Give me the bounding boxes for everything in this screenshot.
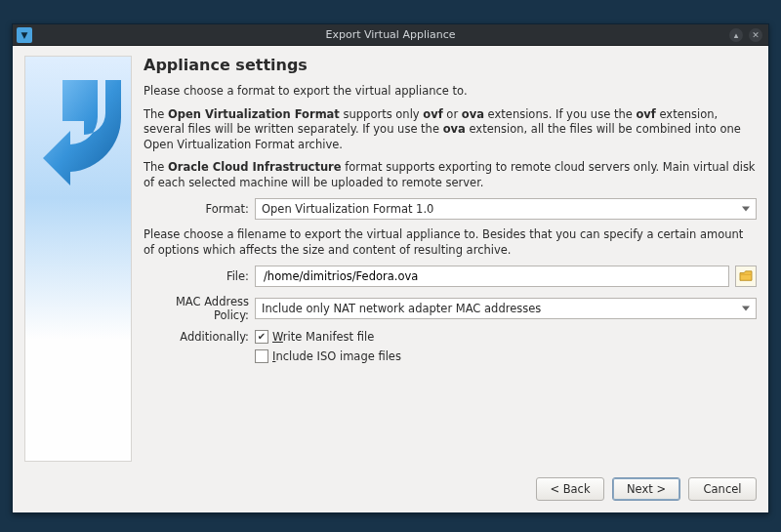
app-icon: ▼ — [17, 27, 32, 43]
main-panel: Appliance settings Please choose a forma… — [144, 56, 757, 462]
next-button[interactable]: Next > — [612, 477, 680, 501]
browse-button[interactable] — [735, 266, 757, 287]
content-area: Appliance settings Please choose a forma… — [13, 46, 768, 470]
page-heading: Appliance settings — [144, 56, 757, 74]
mac-label: MAC Address Policy: — [144, 295, 249, 322]
file-label: File: — [144, 269, 249, 283]
manifest-checkbox-row: Write Manifest file — [255, 330, 401, 344]
file-intro-text: Please choose a filename to export the v… — [144, 227, 757, 258]
additionally-row: Additionally: Write Manifest file Includ… — [144, 330, 757, 363]
oci-para: The Oracle Cloud Infrastructure format s… — [144, 160, 757, 190]
file-row: File: — [144, 266, 757, 287]
format-row: Format: Open Virtualization Format 1.0 — [144, 198, 757, 220]
folder-icon — [739, 270, 753, 282]
wizard-footer: < Back Next > Cancel — [13, 470, 768, 512]
manifest-checkbox-label: Write Manifest file — [272, 330, 374, 344]
intro-text: Please choose a format to export the vir… — [144, 84, 757, 100]
export-wizard-window: ▼ Export Virtual Appliance ▴ ✕ — [12, 23, 769, 513]
format-label: Format: — [144, 202, 249, 216]
iso-checkbox-row: Include ISO image files — [255, 349, 401, 363]
export-arrow-icon — [43, 80, 121, 197]
mac-policy-select[interactable]: Include only NAT network adapter MAC add… — [255, 298, 757, 319]
wizard-side-image — [24, 56, 132, 462]
window-controls: ▴ ✕ — [729, 28, 768, 42]
back-button[interactable]: < Back — [536, 477, 604, 501]
ovf-para: The Open Virtualization Format supports … — [144, 107, 757, 153]
cancel-button[interactable]: Cancel — [688, 477, 757, 501]
file-path-input[interactable] — [262, 268, 722, 284]
close-icon[interactable]: ✕ — [749, 28, 762, 42]
titlebar: ▼ Export Virtual Appliance ▴ ✕ — [13, 24, 768, 46]
client-area: Appliance settings Please choose a forma… — [13, 46, 768, 512]
manifest-checkbox[interactable] — [255, 330, 268, 344]
additionally-label: Additionally: — [144, 330, 249, 344]
format-select-value: Open Virtualization Format 1.0 — [262, 202, 433, 216]
minimize-icon[interactable]: ▴ — [729, 28, 743, 42]
format-select[interactable]: Open Virtualization Format 1.0 — [255, 198, 757, 220]
checkbox-group: Write Manifest file Include ISO image fi… — [255, 330, 401, 363]
iso-checkbox[interactable] — [255, 349, 268, 363]
mac-row: MAC Address Policy: Include only NAT net… — [144, 295, 757, 322]
iso-checkbox-label: Include ISO image files — [272, 349, 401, 363]
file-path-field[interactable] — [255, 266, 729, 287]
mac-policy-value: Include only NAT network adapter MAC add… — [262, 302, 541, 315]
window-title: Export Virtual Appliance — [13, 28, 768, 41]
